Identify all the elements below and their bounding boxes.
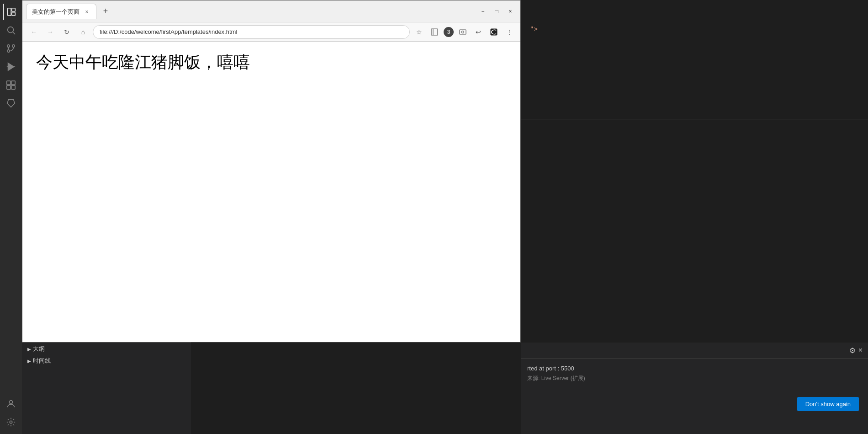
source-control-icon[interactable] [3,40,19,57]
extensions-icon[interactable] [3,77,19,93]
explorer-icon[interactable] [3,4,19,20]
notification-gear-icon[interactable]: ⚙ [849,346,856,355]
settings-icon[interactable] [3,414,19,430]
outline-item-outline[interactable]: ▶ 大纲 [22,343,191,355]
svg-line-4 [13,32,15,34]
svg-rect-12 [11,81,15,85]
new-tab-button[interactable]: + [99,5,112,18]
editor-divider [521,119,868,119]
browser-window: 美女的第一个页面 × + − □ × ← → ↻ ⌂ ☆ 3 [22,0,521,343]
tab-close-button[interactable]: × [83,8,90,16]
svg-marker-8 [8,63,14,71]
svg-rect-14 [11,86,15,89]
back-button[interactable]: ← [27,25,41,39]
sidebar-button[interactable] [428,26,441,38]
outline-item-timeline[interactable]: ▶ 时间线 [22,355,191,367]
address-input[interactable] [93,25,410,39]
notification-message: rted at port : 5500 来源: Live Server (扩展) [521,359,868,386]
testing-icon[interactable] [3,95,19,112]
notification-close-icon[interactable]: × [858,346,863,354]
notification-source: 来源: Live Server (扩展) [527,375,862,382]
svg-point-15 [9,401,12,404]
chevron-right-icon-2: ▶ [27,359,31,364]
code-snippet: "> [530,25,538,32]
editor-area: "> ⚙ × rted at port : 5500 来源: Live Serv… [521,0,868,434]
run-debug-icon[interactable] [3,59,19,75]
home-button[interactable]: ⌂ [76,25,90,39]
svg-rect-13 [7,86,11,89]
notification-panel: ⚙ × rted at port : 5500 来源: Live Server … [521,343,868,434]
dont-show-again-button[interactable]: Don't show again [797,397,859,411]
forward-button[interactable]: → [43,25,57,39]
more-menu-button[interactable]: ⋮ [503,26,516,38]
notification-panel-header: ⚙ × [521,343,868,359]
outline-panel: ▶ 大纲 ▶ 时间线 [22,343,191,434]
refresh-button[interactable]: ↻ [60,25,74,39]
maximize-button[interactable]: □ [490,5,503,18]
svg-point-16 [10,421,12,423]
svg-point-3 [8,27,14,33]
page-main-text: 今天中午吃隆江猪脚饭，嘻嘻 [36,51,507,74]
floccus-button[interactable] [487,26,500,38]
svg-rect-2 [12,12,15,16]
dont-show-again-btn[interactable]: Don't show again [797,397,859,411]
minimize-button[interactable]: − [476,5,489,18]
close-button[interactable]: × [504,5,517,18]
extension-badge[interactable]: 3 [444,27,454,37]
browser-tab-bar: 美女的第一个页面 × + − □ × [22,0,520,22]
account-icon[interactable] [3,396,19,412]
activity-bar [0,0,22,434]
browser-content: 今天中午吃隆江猪脚饭，嘻嘻 [22,42,520,342]
bookmark-button[interactable]: ☆ [413,26,425,38]
tab-title: 美女的第一个页面 [32,8,79,16]
live-server-message: rted at port : 5500 [527,365,862,372]
svg-point-6 [7,45,10,48]
svg-rect-19 [460,30,466,34]
outline-label: 大纲 [33,345,45,353]
svg-point-7 [12,45,15,48]
timeline-label: 时间线 [33,357,51,365]
svg-rect-11 [7,81,11,85]
svg-point-5 [7,50,10,53]
svg-rect-1 [12,8,15,11]
browser-tab[interactable]: 美女的第一个页面 × [26,4,96,19]
chevron-right-icon: ▶ [27,347,31,352]
search-icon[interactable] [3,22,19,38]
screenshot-button[interactable] [456,26,469,38]
svg-rect-17 [431,29,438,35]
undo-button[interactable]: ↩ [472,26,485,38]
svg-rect-0 [8,8,11,16]
svg-point-20 [462,31,464,33]
address-bar-row: ← → ↻ ⌂ ☆ 3 ↩ ⋮ [22,22,520,42]
